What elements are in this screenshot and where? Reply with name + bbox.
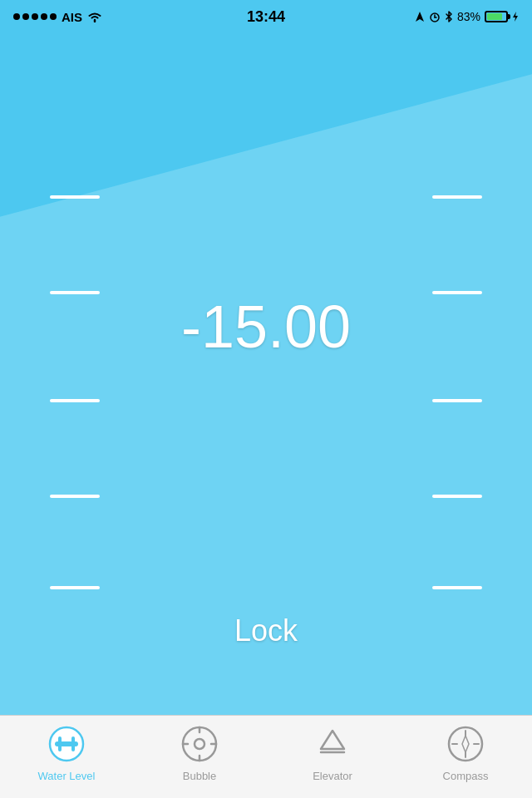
elevator-icon [312, 723, 353, 765]
compass-icon [445, 723, 486, 765]
signal-dot-1 [13, 13, 20, 20]
bluetooth-icon [445, 11, 453, 22]
signal-dots [13, 13, 57, 20]
carrier-name: AIS [62, 10, 82, 24]
level-value: -15.00 [181, 293, 351, 361]
svg-rect-5 [58, 736, 62, 751]
battery-icon [485, 11, 508, 22]
location-icon [415, 11, 425, 22]
svg-marker-20 [462, 736, 469, 752]
lock-button[interactable]: Lock [234, 613, 298, 648]
water-level-icon [46, 723, 87, 765]
wifi-icon [87, 11, 102, 22]
status-left: AIS [13, 10, 102, 24]
signal-dot-2 [22, 13, 29, 20]
tab-bubble-label: Bubble [183, 770, 216, 782]
charging-icon [512, 11, 519, 22]
bubble-icon [179, 723, 220, 765]
status-bar: AIS 13:44 83% [0, 0, 532, 33]
signal-dot-5 [50, 13, 57, 20]
signal-dot-4 [41, 13, 47, 20]
status-right: 83% [415, 10, 519, 23]
signal-dot-3 [32, 13, 38, 20]
battery-percent: 83% [457, 10, 480, 23]
alarm-icon [429, 11, 441, 22]
tab-elevator[interactable]: Elevator [266, 723, 399, 782]
status-time: 13:44 [247, 8, 285, 26]
tab-compass-label: Compass [443, 770, 489, 782]
svg-point-8 [195, 739, 204, 749]
tab-elevator-label: Elevator [313, 770, 352, 782]
svg-marker-13 [321, 731, 344, 749]
tab-water-level[interactable]: Water Level [0, 723, 133, 782]
main-content: -15.00 Lock [0, 33, 532, 715]
tilt-overlay [0, 33, 532, 715]
tab-compass[interactable]: Compass [399, 723, 532, 782]
tab-bubble[interactable]: Bubble [133, 723, 266, 782]
svg-rect-6 [71, 736, 75, 751]
tab-water-level-label: Water Level [38, 770, 96, 782]
tab-bar: Water Level Bubble Elevator [0, 715, 532, 798]
